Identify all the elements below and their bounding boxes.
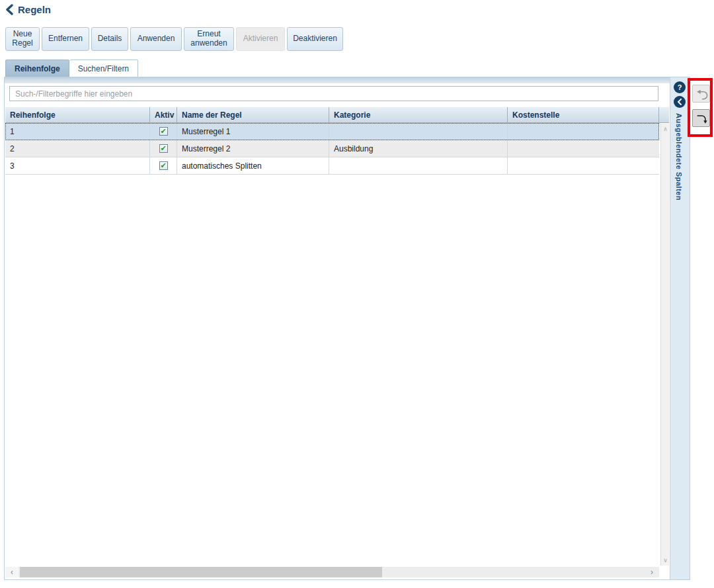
activate-button: Aktivieren xyxy=(236,27,285,51)
cell-name[interactable]: Musterregel 2 xyxy=(177,140,329,157)
active-checkbox[interactable]: ✔ xyxy=(159,144,168,153)
table-row[interactable]: 3 ✔ automatisches Splitten xyxy=(5,157,659,175)
page-title: Regeln xyxy=(18,4,51,15)
scroll-left-icon[interactable]: ‹ xyxy=(5,567,19,577)
scroll-right-icon[interactable]: › xyxy=(645,567,658,577)
help-icon[interactable]: ? xyxy=(674,81,686,93)
table-header: Reihenfolge Aktiv Name der Regel Kategor… xyxy=(5,107,669,123)
tab-bar: Reihenfolge Suchen/Filtern xyxy=(5,60,138,77)
hidden-columns-rail[interactable]: ? Ausgeblendete Spalten xyxy=(670,77,690,579)
column-header-aktiv[interactable]: Aktiv xyxy=(150,107,177,122)
cell-kostenstelle[interactable] xyxy=(508,140,659,157)
collapse-panel-icon[interactable] xyxy=(674,96,686,108)
column-header-kostenstelle[interactable]: Kostenstelle xyxy=(508,107,659,122)
cell-reihenfolge[interactable]: 2 xyxy=(5,140,150,157)
panel-header-strip xyxy=(5,77,690,83)
remove-button[interactable]: Entfernen xyxy=(42,27,89,51)
column-header-name[interactable]: Name der Regel xyxy=(177,107,329,122)
scroll-up-icon[interactable]: ∧ xyxy=(661,126,670,132)
horizontal-scrollbar-thumb[interactable] xyxy=(20,567,382,577)
cell-name[interactable]: automatisches Splitten xyxy=(177,157,329,175)
details-button[interactable]: Details xyxy=(91,27,128,51)
new-rule-button[interactable]: Neue Regel xyxy=(5,27,40,51)
vertical-scrollbar[interactable]: ∧ ∨ xyxy=(660,124,669,566)
scroll-down-icon[interactable]: ∨ xyxy=(661,557,670,564)
toolbar: Neue Regel Entfernen Details Anwenden Er… xyxy=(5,27,343,51)
cell-reihenfolge[interactable]: 1 xyxy=(5,123,150,140)
column-header-kategorie[interactable]: Kategorie xyxy=(329,107,508,122)
deactivate-button[interactable]: Deaktivieren xyxy=(287,27,343,51)
cell-aktiv[interactable]: ✔ xyxy=(150,123,177,140)
column-header-spacer xyxy=(659,107,669,122)
search-input[interactable] xyxy=(9,86,658,101)
arrow-curve-right-icon xyxy=(695,111,708,126)
cell-kostenstelle[interactable] xyxy=(508,123,659,140)
back-chevron-icon[interactable] xyxy=(5,4,13,15)
tab-suchen-filtern[interactable]: Suchen/Filtern xyxy=(69,60,138,77)
cell-aktiv[interactable]: ✔ xyxy=(150,140,177,157)
cell-kostenstelle[interactable] xyxy=(508,157,659,175)
cell-kategorie[interactable] xyxy=(329,123,508,140)
cell-reihenfolge[interactable]: 3 xyxy=(5,157,150,175)
reapply-button[interactable]: Erneut anwenden xyxy=(184,27,234,51)
active-checkbox[interactable]: ✔ xyxy=(159,127,168,136)
cell-name[interactable]: Musterregel 1 xyxy=(177,123,329,140)
back-navigation[interactable]: Regeln xyxy=(5,4,51,15)
active-checkbox[interactable]: ✔ xyxy=(159,161,168,170)
tab-reihenfolge[interactable]: Reihenfolge xyxy=(5,60,69,77)
apply-button[interactable]: Anwenden xyxy=(130,27,182,51)
arrow-curve-left-icon xyxy=(695,87,708,101)
move-column-out-button xyxy=(692,85,710,103)
cell-kategorie[interactable]: Ausbildung xyxy=(329,140,508,157)
table-row[interactable]: 2 ✔ Musterregel 2 Ausbildung xyxy=(5,140,659,157)
cell-kategorie[interactable] xyxy=(329,157,508,175)
horizontal-scrollbar[interactable]: ‹ › xyxy=(5,567,659,577)
table-row[interactable]: 1 ✔ Musterregel 1 xyxy=(5,123,659,140)
move-column-in-button[interactable] xyxy=(692,109,710,127)
cell-aktiv[interactable]: ✔ xyxy=(150,157,177,175)
column-header-reihenfolge[interactable]: Reihenfolge xyxy=(5,107,150,122)
hidden-columns-title: Ausgeblendete Spalten xyxy=(675,113,683,200)
